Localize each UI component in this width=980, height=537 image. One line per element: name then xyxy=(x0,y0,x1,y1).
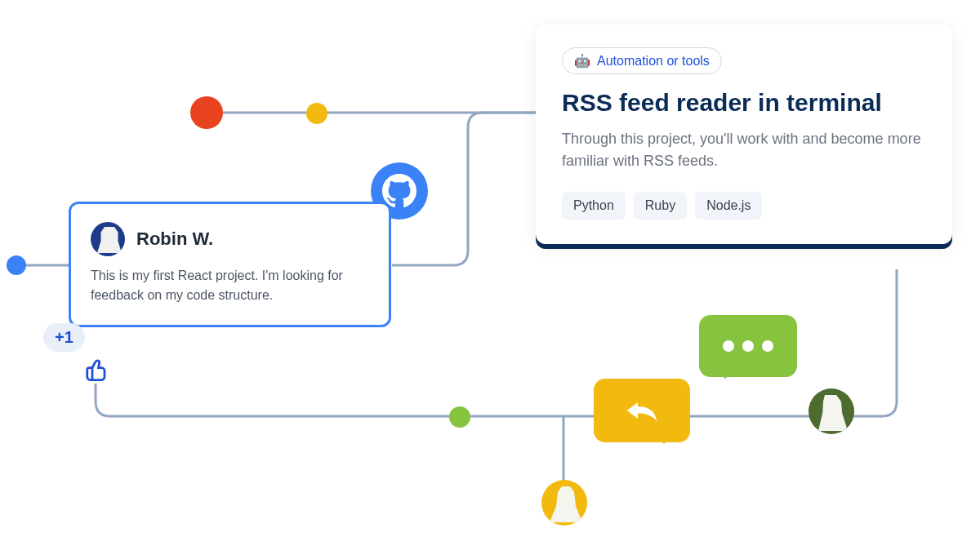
node-dot-orange xyxy=(190,96,223,129)
typing-dot xyxy=(742,340,754,352)
category-emoji: 🤖 xyxy=(574,53,590,69)
reply-arrow-icon xyxy=(626,397,658,424)
feedback-card[interactable]: Robin W. This is my first React project.… xyxy=(69,202,391,327)
author-avatar xyxy=(91,222,125,256)
node-dot-yellow xyxy=(306,103,327,124)
thumbsup-icon xyxy=(84,357,109,385)
chat-bubble xyxy=(699,315,797,377)
upvote-badge[interactable]: +1 xyxy=(43,323,85,352)
user-avatar-green xyxy=(808,388,854,434)
tag[interactable]: Node.js xyxy=(695,192,762,220)
tag[interactable]: Ruby xyxy=(634,192,687,220)
project-title: RSS feed reader in terminal xyxy=(562,89,926,117)
reply-bubble xyxy=(594,379,690,442)
project-tags: Python Ruby Node.js xyxy=(562,192,926,220)
user-avatar-yellow xyxy=(541,480,587,526)
author-name: Robin W. xyxy=(136,229,213,250)
node-dot-blue xyxy=(7,255,26,275)
upvote-label: +1 xyxy=(55,328,74,346)
tag[interactable]: Python xyxy=(562,192,626,220)
node-dot-green xyxy=(449,406,470,428)
category-pill: 🤖 Automation or tools xyxy=(562,47,722,74)
category-label: Automation or tools xyxy=(597,54,710,69)
typing-dot xyxy=(723,340,734,352)
feedback-message: This is my first React project. I'm look… xyxy=(91,266,369,305)
typing-dot xyxy=(762,340,773,352)
project-card[interactable]: 🤖 Automation or tools RSS feed reader in… xyxy=(536,24,952,244)
project-description: Through this project, you'll work with a… xyxy=(562,128,926,172)
